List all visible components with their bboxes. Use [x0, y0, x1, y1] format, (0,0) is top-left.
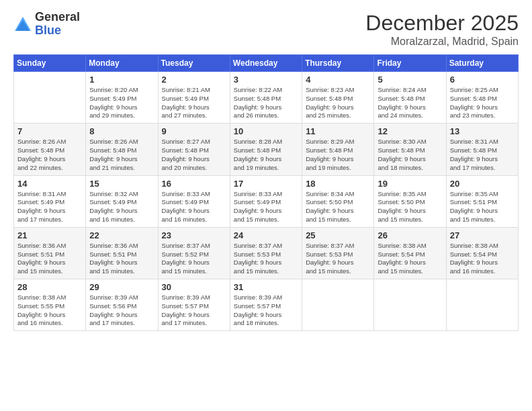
day-info: Sunrise: 8:27 AM Sunset: 5:48 PM Dayligh…: [162, 138, 226, 172]
col-tuesday: Tuesday: [158, 55, 230, 72]
col-sunday: Sunday: [14, 55, 86, 72]
day-number: 22: [89, 230, 154, 240]
calendar-week-1: 7Sunrise: 8:26 AM Sunset: 5:48 PM Daylig…: [14, 124, 519, 175]
calendar-week-0: 1Sunrise: 8:20 AM Sunset: 5:49 PM Daylig…: [14, 72, 519, 124]
day-info: Sunrise: 8:37 AM Sunset: 5:52 PM Dayligh…: [162, 242, 226, 276]
day-info: Sunrise: 8:32 AM Sunset: 5:49 PM Dayligh…: [89, 190, 154, 224]
day-info: Sunrise: 8:38 AM Sunset: 5:54 PM Dayligh…: [378, 242, 442, 276]
calendar-cell: 8Sunrise: 8:26 AM Sunset: 5:48 PM Daylig…: [86, 124, 158, 175]
day-number: 2: [162, 75, 226, 85]
day-info: Sunrise: 8:24 AM Sunset: 5:48 PM Dayligh…: [378, 86, 442, 120]
calendar-cell: 9Sunrise: 8:27 AM Sunset: 5:48 PM Daylig…: [158, 124, 230, 175]
day-info: Sunrise: 8:23 AM Sunset: 5:48 PM Dayligh…: [306, 86, 370, 120]
logo-general-text: General: [35, 11, 80, 24]
calendar-cell: 13Sunrise: 8:31 AM Sunset: 5:48 PM Dayli…: [446, 124, 518, 175]
calendar-cell: 1Sunrise: 8:20 AM Sunset: 5:49 PM Daylig…: [86, 72, 158, 124]
col-saturday: Saturday: [446, 55, 518, 72]
day-info: Sunrise: 8:31 AM Sunset: 5:48 PM Dayligh…: [450, 138, 515, 172]
day-number: 24: [234, 230, 298, 240]
calendar-cell: 17Sunrise: 8:33 AM Sunset: 5:49 PM Dayli…: [230, 175, 302, 227]
calendar-cell: 10Sunrise: 8:28 AM Sunset: 5:48 PM Dayli…: [230, 124, 302, 175]
day-info: Sunrise: 8:30 AM Sunset: 5:48 PM Dayligh…: [378, 138, 442, 172]
calendar-cell: 24Sunrise: 8:37 AM Sunset: 5:53 PM Dayli…: [230, 227, 302, 279]
day-number: 11: [306, 126, 370, 136]
calendar-table: Sunday Monday Tuesday Wednesday Thursday…: [13, 54, 519, 331]
day-number: 9: [162, 126, 226, 136]
day-number: 31: [234, 282, 298, 292]
calendar-cell: 3Sunrise: 8:22 AM Sunset: 5:48 PM Daylig…: [230, 72, 302, 124]
day-number: 26: [378, 230, 442, 240]
logo-blue-text: Blue: [35, 24, 80, 38]
day-info: Sunrise: 8:39 AM Sunset: 5:57 PM Dayligh…: [162, 293, 226, 328]
day-info: Sunrise: 8:36 AM Sunset: 5:51 PM Dayligh…: [17, 242, 82, 276]
day-number: 10: [234, 126, 298, 136]
calendar-cell: 2Sunrise: 8:21 AM Sunset: 5:49 PM Daylig…: [158, 72, 230, 124]
day-info: Sunrise: 8:35 AM Sunset: 5:50 PM Dayligh…: [378, 190, 442, 224]
calendar-cell: 4Sunrise: 8:23 AM Sunset: 5:48 PM Daylig…: [302, 72, 374, 124]
day-info: Sunrise: 8:37 AM Sunset: 5:53 PM Dayligh…: [234, 242, 298, 276]
day-number: 20: [450, 179, 515, 189]
calendar-cell: 11Sunrise: 8:29 AM Sunset: 5:48 PM Dayli…: [302, 124, 374, 175]
calendar-cell: [446, 279, 518, 331]
day-info: Sunrise: 8:34 AM Sunset: 5:50 PM Dayligh…: [306, 190, 370, 224]
calendar-week-2: 14Sunrise: 8:31 AM Sunset: 5:49 PM Dayli…: [14, 175, 519, 227]
day-number: 5: [378, 75, 442, 85]
day-number: 1: [89, 75, 154, 85]
calendar-cell: 20Sunrise: 8:35 AM Sunset: 5:51 PM Dayli…: [446, 175, 518, 227]
calendar-cell: 27Sunrise: 8:38 AM Sunset: 5:54 PM Dayli…: [446, 227, 518, 279]
day-number: 23: [162, 230, 226, 240]
col-friday: Friday: [374, 55, 446, 72]
calendar-cell: 31Sunrise: 8:39 AM Sunset: 5:57 PM Dayli…: [230, 279, 302, 331]
day-number: 29: [89, 282, 154, 292]
calendar-cell: 5Sunrise: 8:24 AM Sunset: 5:48 PM Daylig…: [374, 72, 446, 124]
day-number: 17: [234, 179, 298, 189]
day-number: 16: [162, 179, 226, 189]
day-number: 19: [378, 179, 442, 189]
col-thursday: Thursday: [302, 55, 374, 72]
col-monday: Monday: [86, 55, 158, 72]
day-info: Sunrise: 8:26 AM Sunset: 5:48 PM Dayligh…: [89, 138, 154, 172]
logo: General Blue: [13, 11, 80, 38]
day-number: 8: [89, 126, 154, 136]
calendar-cell: 29Sunrise: 8:39 AM Sunset: 5:56 PM Dayli…: [86, 279, 158, 331]
day-number: 13: [450, 126, 515, 136]
day-number: 3: [234, 75, 298, 85]
calendar-cell: 16Sunrise: 8:33 AM Sunset: 5:49 PM Dayli…: [158, 175, 230, 227]
day-number: 28: [17, 282, 82, 292]
day-number: 18: [306, 179, 370, 189]
logo-text: General Blue: [35, 11, 80, 38]
calendar-cell: 18Sunrise: 8:34 AM Sunset: 5:50 PM Dayli…: [302, 175, 374, 227]
calendar-cell: 30Sunrise: 8:39 AM Sunset: 5:57 PM Dayli…: [158, 279, 230, 331]
calendar-week-3: 21Sunrise: 8:36 AM Sunset: 5:51 PM Dayli…: [14, 227, 519, 279]
day-info: Sunrise: 8:25 AM Sunset: 5:48 PM Dayligh…: [450, 86, 515, 120]
day-number: 25: [306, 230, 370, 240]
day-number: 30: [162, 282, 226, 292]
calendar-cell: 7Sunrise: 8:26 AM Sunset: 5:48 PM Daylig…: [14, 124, 86, 175]
day-info: Sunrise: 8:21 AM Sunset: 5:49 PM Dayligh…: [162, 86, 226, 120]
title-block: December 2025 Moralzarzal, Madrid, Spain: [365, 11, 519, 48]
location: Moralzarzal, Madrid, Spain: [365, 36, 519, 48]
calendar-cell: [374, 279, 446, 331]
day-info: Sunrise: 8:31 AM Sunset: 5:49 PM Dayligh…: [17, 190, 82, 224]
calendar-cell: 22Sunrise: 8:36 AM Sunset: 5:51 PM Dayli…: [86, 227, 158, 279]
day-info: Sunrise: 8:20 AM Sunset: 5:49 PM Dayligh…: [89, 86, 154, 120]
header-row-days: Sunday Monday Tuesday Wednesday Thursday…: [14, 55, 519, 72]
day-info: Sunrise: 8:28 AM Sunset: 5:48 PM Dayligh…: [234, 138, 298, 172]
day-info: Sunrise: 8:35 AM Sunset: 5:51 PM Dayligh…: [450, 190, 515, 224]
day-number: 15: [89, 179, 154, 189]
day-number: 12: [378, 126, 442, 136]
day-info: Sunrise: 8:38 AM Sunset: 5:54 PM Dayligh…: [450, 242, 515, 276]
month-year: December 2025: [365, 11, 519, 36]
page-container: General Blue December 2025 Moralzarzal, …: [0, 0, 532, 339]
calendar-cell: 19Sunrise: 8:35 AM Sunset: 5:50 PM Dayli…: [374, 175, 446, 227]
calendar-cell: 21Sunrise: 8:36 AM Sunset: 5:51 PM Dayli…: [14, 227, 86, 279]
col-wednesday: Wednesday: [230, 55, 302, 72]
calendar-cell: 25Sunrise: 8:37 AM Sunset: 5:53 PM Dayli…: [302, 227, 374, 279]
day-info: Sunrise: 8:36 AM Sunset: 5:51 PM Dayligh…: [89, 242, 154, 276]
day-info: Sunrise: 8:39 AM Sunset: 5:56 PM Dayligh…: [89, 293, 154, 328]
day-info: Sunrise: 8:37 AM Sunset: 5:53 PM Dayligh…: [306, 242, 370, 276]
day-number: 14: [17, 179, 82, 189]
day-info: Sunrise: 8:33 AM Sunset: 5:49 PM Dayligh…: [234, 190, 298, 224]
day-info: Sunrise: 8:39 AM Sunset: 5:57 PM Dayligh…: [234, 293, 298, 328]
day-info: Sunrise: 8:26 AM Sunset: 5:48 PM Dayligh…: [17, 138, 82, 172]
